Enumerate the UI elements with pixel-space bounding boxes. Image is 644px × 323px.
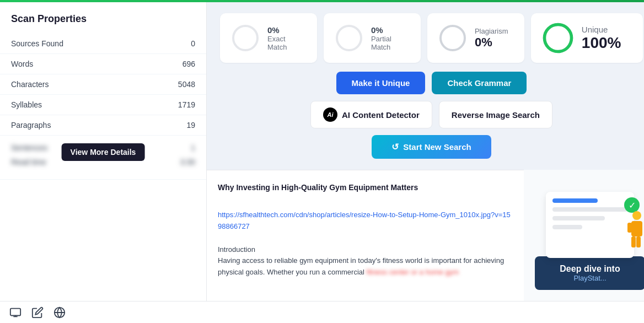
sources-found-label: Sources Found — [11, 39, 63, 48]
plagiarism-card: Plagiarism 0% — [427, 13, 524, 63]
taskbar-edit-icon[interactable] — [28, 303, 47, 322]
view-more-button[interactable]: View More Details — [62, 143, 145, 161]
svg-point-5 — [632, 211, 641, 220]
secondary-buttons-row: Ai AI Content Detector Reverse Image Sea… — [310, 101, 552, 128]
blurred-value-readtime: 3:30 — [180, 158, 195, 166]
partial-match-percent: 0% — [371, 25, 410, 35]
content-url: https://sfhealthtech.com/cdn/shop/articl… — [218, 209, 513, 233]
blurred-rows-container: Sentences 1 Read time 3:30 View More Det… — [0, 136, 206, 180]
stat-row-paragraphs: Paragraphs 19 — [0, 115, 206, 136]
taskbar — [0, 301, 644, 323]
exact-match-info: 0% Exact Match — [267, 25, 306, 51]
primary-buttons-row: Make it Unique Check Grammar — [336, 72, 527, 94]
words-label: Words — [11, 60, 33, 68]
illus-line-3 — [552, 216, 605, 220]
svg-rect-9 — [631, 236, 636, 247]
paragraphs-value: 19 — [186, 121, 195, 130]
unique-title: Unique — [582, 25, 621, 34]
syllables-label: Syllables — [11, 100, 42, 109]
plagiarism-circle — [438, 24, 467, 52]
illus-line-1 — [552, 198, 598, 203]
svg-point-2 — [441, 26, 465, 50]
blurred-value-sentences: 1 — [191, 143, 195, 152]
refresh-icon: ↺ — [391, 142, 399, 152]
person-figure-icon — [618, 209, 644, 253]
scan-properties-title: Scan Properties — [0, 13, 206, 34]
exact-match-percent: 0% — [267, 25, 306, 35]
taskbar-globe-icon[interactable] — [50, 303, 69, 322]
illus-line-2 — [552, 207, 627, 212]
characters-value: 5048 — [178, 80, 195, 89]
right-panel: 0% Exact Match 0% Partial Match — [207, 2, 644, 301]
start-new-search-button[interactable]: ↺ Start New Search — [372, 135, 491, 159]
unique-info: Unique 100% — [582, 25, 621, 52]
body-text: Having access to reliable gym equipment … — [218, 255, 513, 278]
content-heading: Why Investing in High-Quality Gym Equipm… — [218, 181, 513, 193]
ai-content-detector-button[interactable]: Ai AI Content Detector — [310, 101, 432, 128]
bottom-area: Why Investing in High-Quality Gym Equipm… — [207, 170, 644, 301]
svg-rect-10 — [636, 236, 641, 247]
exact-match-label: Exact Match — [267, 35, 306, 51]
syllables-value: 1719 — [178, 100, 195, 109]
reverse-image-button[interactable]: Reverse Image Search — [439, 101, 552, 128]
right-image-panel: ✓ Deep dive into PlayStat... — [524, 170, 644, 301]
unique-percent: 100% — [582, 34, 621, 52]
make-unique-button[interactable]: Make it Unique — [336, 72, 426, 94]
metrics-row: 0% Exact Match 0% Partial Match — [220, 13, 643, 63]
svg-point-4 — [544, 24, 571, 51]
stat-row-words: Words 696 — [0, 54, 206, 74]
exact-match-circle — [231, 24, 260, 52]
taskbar-computer-icon[interactable] — [6, 303, 25, 322]
characters-label: Characters — [11, 80, 49, 89]
left-panel: Scan Properties Sources Found 0 Words 69… — [0, 2, 207, 301]
stat-row-characters: Characters 5048 — [0, 74, 206, 95]
paragraphs-label: Paragraphs — [11, 121, 51, 130]
svg-rect-7 — [627, 223, 632, 233]
blurred-label-readtime: Read time — [11, 158, 46, 166]
svg-rect-8 — [638, 223, 642, 233]
partial-match-label: Partial Match — [371, 35, 410, 51]
action-buttons-container: Make it Unique Check Grammar Ai AI Conte… — [220, 72, 643, 159]
illustration: ✓ — [535, 186, 644, 247]
words-value: 696 — [183, 60, 195, 68]
plagiarism-title: Plagiarism — [475, 27, 508, 35]
svg-point-0 — [233, 26, 257, 50]
introduction-label: Introduction — [218, 244, 513, 256]
results-area: 0% Exact Match 0% Partial Match — [207, 2, 644, 170]
stat-row-syllables: Syllables 1719 — [0, 95, 206, 115]
unique-card: Unique 100% — [531, 13, 643, 63]
sources-found-value: 0 — [191, 39, 195, 48]
partial-match-info: 0% Partial Match — [371, 25, 410, 51]
deep-dive-banner: Deep dive into PlayStat... — [535, 256, 644, 290]
start-new-label: Start New Search — [403, 142, 471, 152]
ai-logo-icon: Ai — [323, 107, 337, 122]
partial-match-circle — [335, 24, 363, 52]
ai-detector-label: AI Content Detector — [342, 110, 420, 120]
deep-dive-subtitle: PlayStat... — [546, 274, 634, 282]
start-new-row: ↺ Start New Search — [372, 135, 491, 159]
body-blurred: fitness center or a home gym — [367, 268, 459, 276]
svg-point-1 — [337, 26, 361, 50]
plagiarism-info: Plagiarism 0% — [475, 27, 508, 50]
check-grammar-button[interactable]: Check Grammar — [432, 72, 527, 94]
deep-dive-title: Deep dive into — [546, 264, 634, 274]
stat-row-sources: Sources Found 0 — [0, 34, 206, 54]
text-content-panel[interactable]: Why Investing in High-Quality Gym Equipm… — [207, 170, 524, 301]
svg-rect-11 — [10, 308, 20, 315]
blurred-label-sentences: Sentences — [11, 143, 47, 152]
plagiarism-percent: 0% — [475, 35, 508, 50]
unique-circle — [542, 22, 574, 54]
illus-line-4 — [552, 225, 582, 229]
exact-match-card: 0% Exact Match — [220, 13, 317, 63]
body-normal: Having access to reliable gym equipment … — [218, 256, 504, 276]
partial-match-card: 0% Partial Match — [324, 13, 421, 63]
